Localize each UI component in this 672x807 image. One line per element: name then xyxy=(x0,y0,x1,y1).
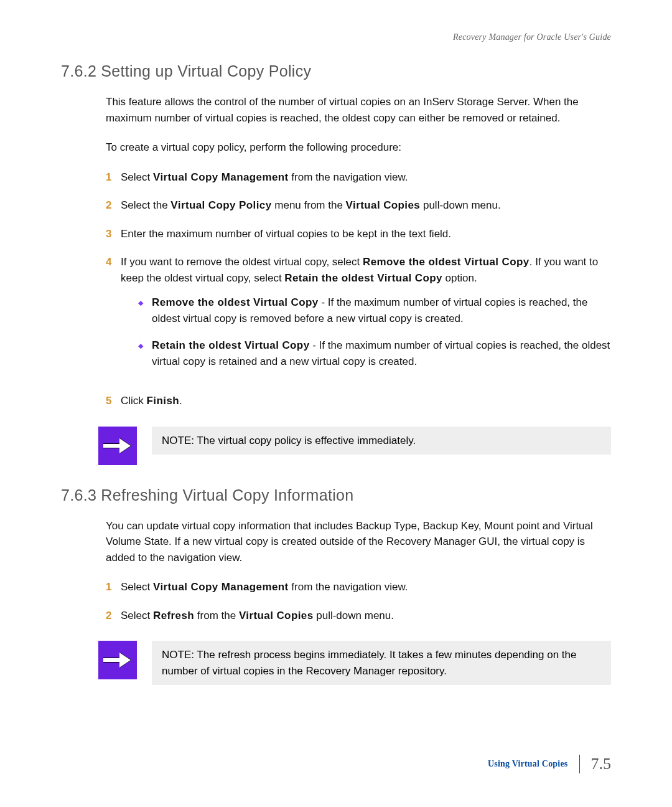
step-text: Select xyxy=(121,581,153,593)
step-5: 5 Click Finish. xyxy=(106,393,611,409)
step-number: 2 xyxy=(106,608,121,624)
step-text: from the xyxy=(194,610,239,621)
step-2: 2 Select Refresh from the Virtual Copies… xyxy=(106,608,611,624)
ui-term: Retain the oldest Virtual Copy xyxy=(284,272,442,284)
section-body-762: This feature allows the control of the n… xyxy=(106,94,611,409)
step-text: pull-down menu. xyxy=(314,610,394,621)
ui-term: Virtual Copy Management xyxy=(153,581,289,593)
step-3: 3 Enter the maximum number of virtual co… xyxy=(106,226,611,242)
step-text: Click xyxy=(121,395,147,407)
bullet-item: ◆ Remove the oldest Virtual Copy - If th… xyxy=(138,295,611,326)
note-arrow-icon xyxy=(98,641,137,679)
sub-bullet-list: ◆ Remove the oldest Virtual Copy - If th… xyxy=(138,295,611,369)
step-text: pull-down menu. xyxy=(420,199,500,211)
ui-term: Finish xyxy=(147,395,179,407)
ui-term: Virtual Copy Policy xyxy=(170,199,271,211)
step-number: 4 xyxy=(106,254,121,380)
step-1: 1 Select Virtual Copy Management from th… xyxy=(106,579,611,595)
section-heading-763: 7.6.3 Refreshing Virtual Copy Informatio… xyxy=(61,486,611,504)
step-number: 1 xyxy=(106,579,121,595)
footer-divider xyxy=(579,755,580,773)
footer-chapter-label: Using Virtual Copies xyxy=(488,759,567,769)
step-text: . xyxy=(179,395,182,407)
section-heading-762: 7.6.2 Setting up Virtual Copy Policy xyxy=(61,62,611,80)
step-number: 5 xyxy=(106,393,121,409)
procedure-list-763: 1 Select Virtual Copy Management from th… xyxy=(106,579,611,623)
step-text: Select xyxy=(121,610,153,621)
ui-term: Remove the oldest Virtual Copy xyxy=(363,256,530,268)
footer-page-number: 7.5 xyxy=(591,755,612,773)
note-block-763: NOTE: The refresh process begins immedia… xyxy=(98,641,611,685)
step-text: menu from the xyxy=(272,199,346,211)
step-text: Select xyxy=(121,171,153,183)
step-text: from the navigation view. xyxy=(289,581,408,593)
document-page: Recovery Manager for Oracle User's Guide… xyxy=(0,0,672,807)
ui-term: Retain the oldest Virtual Copy xyxy=(152,339,310,351)
section-body-763: You can update virtual copy information … xyxy=(106,518,611,624)
step-text: Select the xyxy=(121,199,170,211)
bullet-item: ◆ Retain the oldest Virtual Copy - If th… xyxy=(138,337,611,369)
step-text: Enter the maximum number of virtual copi… xyxy=(121,226,611,242)
step-text: from the navigation view. xyxy=(289,171,408,183)
step-text: option. xyxy=(442,272,477,284)
note-block-762: NOTE: The virtual copy policy is effecti… xyxy=(98,427,611,465)
ui-term: Virtual Copies xyxy=(239,610,314,621)
ui-term: Refresh xyxy=(153,610,194,621)
ui-term: Virtual Copies xyxy=(346,199,421,211)
step-text: If you want to remove the oldest virtual… xyxy=(121,256,363,268)
note-arrow-icon xyxy=(98,427,137,465)
intro-paragraph: You can update virtual copy information … xyxy=(106,518,611,566)
leadin-paragraph: To create a virtual copy policy, perform… xyxy=(106,139,611,156)
step-2: 2 Select the Virtual Copy Policy menu fr… xyxy=(106,197,611,214)
diamond-bullet-icon: ◆ xyxy=(138,337,152,369)
page-footer: Using Virtual Copies 7.5 xyxy=(488,755,611,773)
step-number: 3 xyxy=(106,226,121,242)
step-1: 1 Select Virtual Copy Management from th… xyxy=(106,169,611,186)
step-number: 2 xyxy=(106,197,121,214)
step-4: 4 If you want to remove the oldest virtu… xyxy=(106,254,611,380)
ui-term: Virtual Copy Management xyxy=(153,171,289,183)
note-text: NOTE: The refresh process begins immedia… xyxy=(152,641,611,685)
running-header: Recovery Manager for Oracle User's Guide xyxy=(61,32,611,42)
ui-term: Remove the oldest Virtual Copy xyxy=(152,296,319,308)
diamond-bullet-icon: ◆ xyxy=(138,295,152,326)
note-text: NOTE: The virtual copy policy is effecti… xyxy=(152,427,611,455)
intro-paragraph: This feature allows the control of the n… xyxy=(106,94,611,126)
step-number: 1 xyxy=(106,169,121,186)
procedure-list-762: 1 Select Virtual Copy Management from th… xyxy=(106,169,611,409)
